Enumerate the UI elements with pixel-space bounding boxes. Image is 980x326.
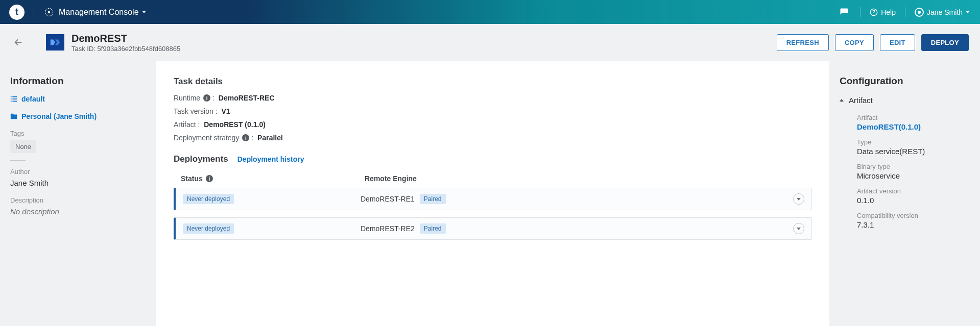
folder-icon xyxy=(10,113,17,120)
svg-point-3 xyxy=(873,14,874,14)
artifact-version-value: 0.1.0 xyxy=(857,196,970,205)
top-bar: t Management Console Help Jane Smith xyxy=(0,0,980,24)
back-button[interactable] xyxy=(0,24,37,61)
status-badge: Never deployed xyxy=(183,223,234,234)
right-sidebar: Configuration Artifact Artifact DemoREST… xyxy=(829,61,980,326)
divider xyxy=(905,7,905,17)
deployment-row[interactable]: Never deployed DemoREST-RE2 Paired xyxy=(174,217,812,240)
deployments-heading: Deployments xyxy=(174,154,228,164)
refresh-button[interactable]: REFRESH xyxy=(777,34,829,51)
nav-icon[interactable] xyxy=(43,7,55,18)
workspace-personal-link[interactable]: Personal (Jane Smith) xyxy=(10,112,146,120)
type-label: Type xyxy=(857,138,970,146)
user-name: Jane Smith xyxy=(927,8,963,16)
info-icon[interactable]: i xyxy=(203,94,210,102)
page-header: DemoREST Task ID: 5f903a36e2fbb548fd6088… xyxy=(0,24,980,61)
artifact-link[interactable]: DemoREST(0.1.0) xyxy=(857,122,970,131)
list-icon xyxy=(10,95,17,103)
help-label: Help xyxy=(881,8,896,16)
compat-version-label: Compatibility version xyxy=(857,212,970,219)
svg-rect-5 xyxy=(12,96,17,97)
column-engine: Remote Engine xyxy=(365,174,812,183)
status-badge: Never deployed xyxy=(183,194,234,204)
environment-default-link[interactable]: default xyxy=(10,95,146,103)
deploy-button[interactable]: DEPLOY xyxy=(921,34,969,51)
expand-row-button[interactable] xyxy=(793,193,804,205)
divider xyxy=(10,160,26,161)
deployment-history-link[interactable]: Deployment history xyxy=(237,155,304,163)
description-label: Description xyxy=(10,196,146,204)
task-type-icon xyxy=(46,34,64,51)
user-icon xyxy=(915,8,924,17)
logo-icon[interactable]: t xyxy=(9,5,25,20)
description-value: No description xyxy=(10,207,146,216)
artifact-label: Artifact xyxy=(857,114,970,121)
deployment-strategy-row: Deployment strategy i : Parallel xyxy=(174,134,812,142)
svg-rect-4 xyxy=(11,96,12,97)
left-sidebar: Information default Personal (Jane Smith… xyxy=(0,61,156,326)
author-value: Jane Smith xyxy=(10,179,146,187)
column-status: Status i xyxy=(181,174,365,183)
main-content: Task details Runtime i : DemoREST-REC Ta… xyxy=(156,61,829,326)
artifact-row: Artifact : DemoREST (0.1.0) xyxy=(174,120,812,129)
engine-name: DemoREST-RE1 xyxy=(361,195,415,203)
svg-rect-7 xyxy=(12,98,17,99)
svg-rect-6 xyxy=(11,98,12,99)
edit-button[interactable]: EDIT xyxy=(880,34,915,51)
information-heading: Information xyxy=(10,76,146,87)
author-label: Author xyxy=(10,168,146,175)
user-menu[interactable]: Jane Smith xyxy=(915,8,970,17)
task-version-row: Task version : V1 xyxy=(174,107,812,115)
task-id-line: Task ID: 5f903a36e2fbb548fd608865 xyxy=(71,45,180,53)
runtime-row: Runtime i : DemoREST-REC xyxy=(174,94,812,102)
expand-row-button[interactable] xyxy=(793,223,804,234)
tags-none: None xyxy=(10,140,36,153)
help-link[interactable]: Help xyxy=(870,8,896,16)
task-details-heading: Task details xyxy=(174,77,812,87)
binary-type-value: Microservice xyxy=(857,171,970,180)
artifact-version-label: Artifact version xyxy=(857,187,970,195)
svg-rect-8 xyxy=(11,101,12,102)
console-dropdown[interactable]: Management Console xyxy=(59,8,146,17)
binary-type-label: Binary type xyxy=(857,163,970,170)
tags-label: Tags xyxy=(10,130,146,137)
chevron-down-icon xyxy=(966,11,970,13)
type-value: Data service(REST) xyxy=(857,147,970,156)
configuration-heading: Configuration xyxy=(840,76,970,87)
artifact-accordion[interactable]: Artifact xyxy=(840,96,970,105)
info-icon[interactable]: i xyxy=(206,175,213,182)
divider xyxy=(34,7,34,17)
chevron-down-icon xyxy=(142,11,146,13)
compat-version-value: 7.3.1 xyxy=(857,220,970,229)
notifications-icon[interactable] xyxy=(840,8,849,17)
divider xyxy=(860,7,861,17)
engine-name: DemoREST-RE2 xyxy=(361,224,415,233)
copy-button[interactable]: COPY xyxy=(835,34,874,51)
console-label: Management Console xyxy=(59,8,139,17)
page-title: DemoREST xyxy=(71,33,180,44)
svg-point-1 xyxy=(48,11,50,13)
svg-rect-9 xyxy=(12,101,17,102)
deployment-row[interactable]: Never deployed DemoREST-RE1 Paired xyxy=(174,188,812,210)
info-icon[interactable]: i xyxy=(242,134,249,141)
paired-badge: Paired xyxy=(420,194,446,204)
caret-up-icon xyxy=(840,99,844,102)
paired-badge: Paired xyxy=(420,223,446,234)
